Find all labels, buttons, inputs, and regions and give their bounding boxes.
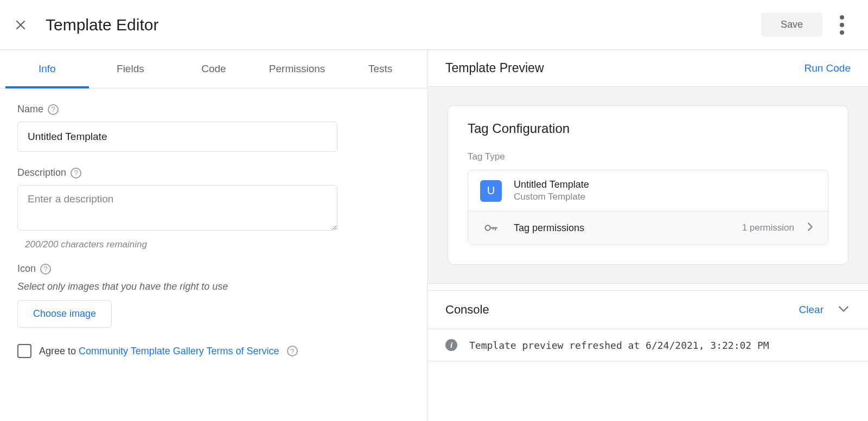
save-button[interactable]: Save [761,12,822,37]
tag-permissions-row[interactable]: Tag permissions 1 permission [468,212,828,244]
console-message: Template preview refreshed at 6/24/2021,… [469,340,769,351]
tag-type-row: U Untitled Template Custom Template [468,170,828,212]
preview-pane: Template Preview Run Code Tag Configurat… [428,50,868,421]
console-title: Console [445,303,799,317]
template-subtitle: Custom Template [514,192,589,202]
editor-pane: Info Fields Code Permissions Tests Name … [0,50,428,421]
key-icon [480,220,502,235]
tab-tests[interactable]: Tests [339,50,422,88]
description-label: Description ? [17,167,410,178]
tab-fields[interactable]: Fields [89,50,173,88]
chevron-right-icon [804,221,816,235]
icon-hint: Select only images that you have the rig… [17,281,410,292]
svg-point-3 [840,23,844,27]
svg-rect-8 [493,227,494,230]
name-input[interactable] [17,122,337,152]
more-menu-icon[interactable] [829,12,855,38]
help-icon[interactable]: ? [40,264,51,275]
icon-label-text: Icon [17,263,36,275]
help-icon[interactable]: ? [71,168,81,178]
run-code-button[interactable]: Run Code [804,62,851,74]
tag-type-label: Tag Type [468,151,828,162]
icon-label: Icon ? [17,263,410,275]
info-icon: i [445,339,457,351]
chevron-down-icon[interactable] [837,302,851,318]
top-bar: Template Editor Save [0,0,868,50]
char-count: 200/200 characters remaining [25,239,410,250]
permissions-label: Tag permissions [514,222,742,234]
terms-link[interactable]: Community Template Gallery Terms of Serv… [79,346,279,356]
template-name: Untitled Template [514,179,589,190]
console-header: Console Clear [428,291,868,329]
description-input[interactable] [17,185,337,231]
svg-rect-7 [495,227,496,231]
tab-bar: Info Fields Code Permissions Tests [0,50,427,88]
clear-button[interactable]: Clear [799,304,824,316]
close-icon[interactable] [13,17,28,33]
description-label-text: Description [17,167,66,178]
agree-row: Agree to Community Template Gallery Term… [17,344,410,358]
name-label: Name ? [17,104,410,115]
agree-prefix: Agree to [39,346,79,356]
avatar: U [480,180,502,202]
page-title: Template Editor [46,16,761,34]
agree-checkbox[interactable] [17,344,31,358]
card-title: Tag Configuration [468,121,828,136]
help-icon[interactable]: ? [287,346,298,356]
help-icon[interactable]: ? [48,104,59,115]
permissions-count: 1 permission [742,222,794,233]
tab-info[interactable]: Info [5,50,89,88]
choose-image-button[interactable]: Choose image [17,300,112,328]
console-row: i Template preview refreshed at 6/24/202… [428,329,868,361]
svg-point-4 [840,30,844,35]
svg-point-5 [486,225,490,230]
svg-point-2 [840,15,844,20]
tag-config-card: Tag Configuration Tag Type U Untitled Te… [448,105,848,265]
tab-code[interactable]: Code [172,50,256,88]
preview-title: Template Preview [445,61,544,75]
name-label-text: Name [17,104,43,115]
tab-permissions[interactable]: Permissions [256,50,339,88]
